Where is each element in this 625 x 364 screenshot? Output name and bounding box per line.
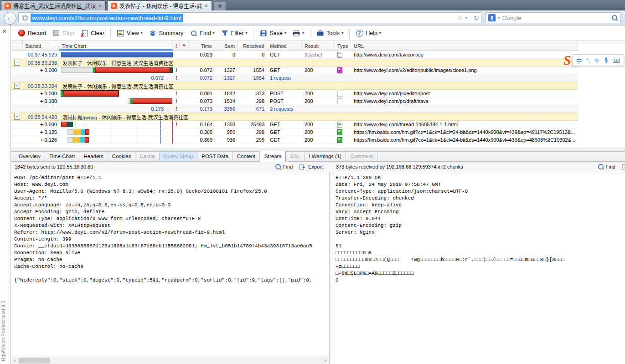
filter-button[interactable]: Filter ▾: [218, 28, 251, 38]
column-header-type[interactable]: Type: [334, 41, 351, 51]
column-header-method[interactable]: Method: [267, 41, 302, 51]
tab-time-chart[interactable]: Time Chart: [45, 152, 79, 161]
column-header-time-chart[interactable]: Time Chart: [59, 41, 173, 51]
tab-stream[interactable]: Stream: [260, 151, 286, 162]
column-header-expander[interactable]: [11, 41, 23, 51]
tools-label: Tools: [326, 30, 340, 36]
url-value: http://www.deyi.com/thread-14605484-1-1.…: [351, 122, 578, 127]
result-value: 200: [302, 137, 334, 143]
clear-button[interactable]: Clear: [77, 28, 108, 38]
stop-button[interactable]: Stop: [49, 28, 77, 38]
back-button[interactable]: ←: [4, 12, 16, 25]
sogou-logo-icon[interactable]: S: [563, 54, 571, 67]
ime-chinese-mode-icon[interactable]: 中: [576, 56, 582, 65]
search-box[interactable]: 8 ▾ Google: [485, 12, 620, 23]
browser-tab[interactable]: 发表帖子 - 休闲娱乐 - 得意生活-武...×: [107, 0, 212, 10]
address-bar[interactable]: www.deyi.com/v2/forum-post-action-newthr…: [18, 12, 481, 23]
clear-label: Clear: [91, 30, 104, 36]
chart-bar-segment: [73, 137, 80, 143]
column-header-flag[interactable]: ⚑: [180, 41, 189, 51]
group-row[interactable]: −00:38:34.428测试标题qwqqq - 休闲娱乐 - 得意生活-武汉生…: [11, 113, 578, 121]
summary-time-value: 0.173: [189, 106, 215, 112]
request-row[interactable]: 00:37:45.9290.02300GET(Cache)http://www.…: [11, 51, 578, 59]
summary-row[interactable]: 0.072→!0.072132715541 request: [11, 74, 578, 82]
ime-mic-icon[interactable]: [604, 57, 609, 63]
tab-cache[interactable]: Cache: [135, 152, 159, 161]
url-text-selected[interactable]: www.deyi.com/v2/forum-post-action-newthr…: [31, 14, 183, 22]
print-button[interactable]: ▾: [289, 28, 307, 38]
browser-tab[interactable]: 得意生活_武汉生活消费社区_武汉论...×: [1, 0, 106, 10]
summary-button[interactable]: Summary: [146, 28, 186, 38]
group-row[interactable]: −00:38:30.298发表帖子 - 休闲娱乐 - 得意生活-武汉生活消费社区: [11, 59, 578, 67]
horizontal-scrollbar[interactable]: ‹ ›: [11, 357, 329, 364]
scroll-left-icon[interactable]: ‹: [11, 357, 19, 364]
search-engine-icon[interactable]: 8: [488, 14, 496, 21]
response-stream-pane[interactable]: HTTP/1.1 200 OK Date: Fri, 24 May 2019 0…: [332, 172, 625, 364]
chart-bar-segment: [61, 52, 173, 57]
record-button[interactable]: Record: [15, 28, 49, 38]
column-header-result[interactable]: Result: [302, 41, 334, 51]
ime-punctuation-icon[interactable]: °‚: [586, 57, 590, 64]
filter-dropdown-icon: ▾: [245, 31, 247, 35]
pane-splitter[interactable]: [11, 146, 625, 152]
column-header-received[interactable]: Received: [238, 41, 267, 51]
request-row[interactable]: + 0.000!0.0911842373POST200http://www.de…: [11, 90, 578, 97]
tab-close-icon[interactable]: ×: [98, 3, 102, 9]
view-button[interactable]: View ▾: [114, 28, 146, 38]
new-tab-button[interactable]: +: [214, 2, 226, 10]
column-header-started[interactable]: Started: [23, 41, 59, 51]
request-row[interactable]: + 0.1250.365950299GET200https://hm.baidu…: [11, 128, 578, 136]
request-find-button[interactable]: Find: [275, 164, 293, 169]
tab-overview[interactable]: Overview: [15, 152, 45, 161]
bookmark-dropdown-icon[interactable]: ▾: [465, 15, 468, 20]
collapse-toggle[interactable]: −: [14, 114, 20, 120]
tools-button[interactable]: Tools ▾: [313, 28, 346, 38]
ime-emoji-icon[interactable]: ☺: [594, 57, 600, 64]
tab-ssl[interactable]: SSL: [286, 152, 305, 161]
time-chart-cell: [59, 90, 173, 97]
chart-bar-segment: [67, 122, 73, 127]
close-panel-button[interactable]: ×: [3, 28, 6, 35]
tab-label: Query String: [164, 152, 193, 161]
tab-headers[interactable]: Headers: [79, 152, 108, 161]
request-export-button[interactable]: Export: [299, 164, 323, 170]
tab-query-string[interactable]: Query String: [160, 152, 198, 161]
request-row[interactable]: + 0.100!0.0731514298POST200http://www.de…: [11, 97, 578, 105]
column-header-warning[interactable]: !: [173, 41, 180, 51]
tab-cookies[interactable]: Cookies: [108, 152, 136, 161]
column-header-sent[interactable]: Sent: [215, 41, 238, 51]
stream-pane-divider[interactable]: [329, 172, 332, 364]
request-row[interactable]: + 0.000!0.164135025493GET200http://www.d…: [11, 121, 578, 128]
ime-keyboard-icon[interactable]: [613, 58, 620, 63]
response-find-button[interactable]: Find: [598, 164, 615, 169]
request-stream-pane[interactable]: POST /pc/editor/post HTTP/1.1 Host: www.…: [11, 172, 329, 364]
group-title: 发表帖子 - 休闲娱乐 - 得意生活-武汉生活消费社区: [59, 82, 578, 90]
tab-close-icon[interactable]: ×: [204, 3, 208, 9]
request-row[interactable]: + 0.000!0.07213271554GET200http://www.de…: [11, 67, 578, 74]
tab-content[interactable]: Content: [233, 152, 260, 161]
column-header-time[interactable]: Time: [189, 41, 215, 51]
response-export-button[interactable]: [622, 164, 625, 170]
type-cell: [334, 98, 351, 104]
scroll-right-icon[interactable]: ›: [321, 357, 329, 364]
column-header-url[interactable]: URL: [351, 41, 578, 51]
collapse-toggle[interactable]: −: [14, 83, 20, 89]
search-engine-dropdown-icon[interactable]: ▾: [498, 15, 500, 20]
bookmark-star-icon[interactable]: ☆: [457, 14, 463, 21]
arrow-icon: →: [166, 106, 171, 112]
summary-row[interactable]: 0.173→!0.17333566712 requests: [11, 105, 578, 113]
save-button[interactable]: Save ▾: [256, 28, 289, 38]
help-button[interactable]: ? Help ▾: [352, 28, 384, 38]
scrollbar-thumb[interactable]: [19, 358, 50, 364]
request-row[interactable]: + 0.1260.369936299GET200https://hm.baidu…: [11, 136, 578, 144]
tab-warnings-1[interactable]: !Warnings (1): [305, 152, 346, 161]
find-button[interactable]: Find ▾: [186, 28, 217, 38]
tab-comment[interactable]: Comment: [346, 152, 377, 161]
group-row[interactable]: −00:38:33.324发表帖子 - 休闲娱乐 - 得意生活-武汉生活消费社区: [11, 82, 578, 90]
tab-post-data[interactable]: POST Data: [197, 152, 233, 161]
find-label: Find: [200, 30, 211, 36]
reload-icon[interactable]: ↻: [470, 14, 479, 21]
collapse-toggle[interactable]: −: [14, 60, 20, 66]
search-magnifier-icon[interactable]: [612, 15, 617, 21]
method-value: GET: [267, 67, 302, 73]
